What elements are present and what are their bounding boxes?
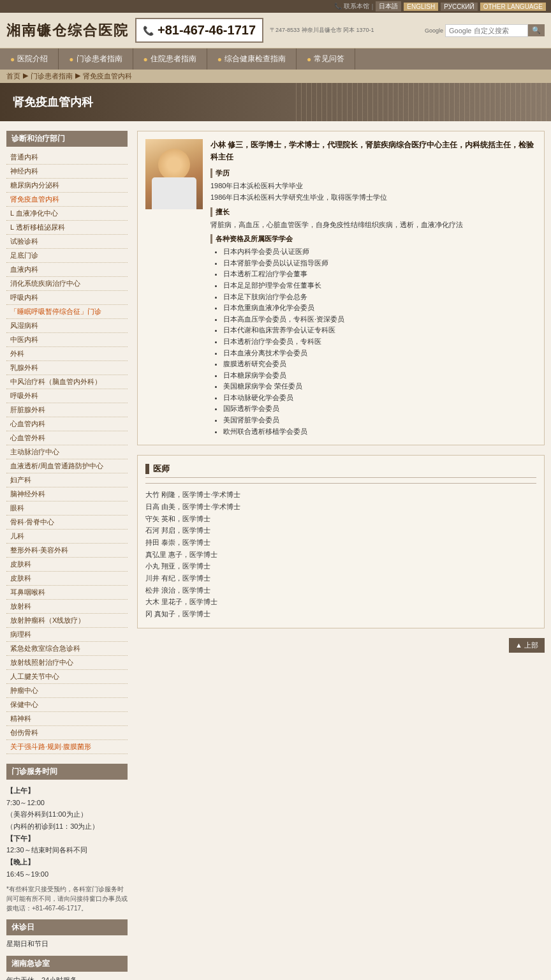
sidebar-item-general[interactable]: 普通内科 (6, 151, 128, 164)
list-item: 外科 (6, 347, 128, 361)
list-item: 脑神经外科 (6, 487, 128, 501)
sidebar-item-misc[interactable]: 关于强斗路·规则·腹膜菌形 (6, 740, 128, 754)
russian-lang-btn[interactable]: РУССКИЙ (441, 3, 477, 11)
sidebar-item-sleep[interactable]: 「睡眠呼吸暂停综合征」门诊 (6, 305, 128, 318)
list-item: 呼吸内科 (6, 291, 128, 305)
sidebar-item-brain-surgery[interactable]: 脑神经外科 (6, 487, 128, 501)
doctor-item: 松井 浪治，医学博士 (145, 584, 536, 597)
sidebar-item-breast[interactable]: 乳腺外科 (6, 361, 128, 375)
sidebar-item-foot[interactable]: 足底门诊 (6, 249, 128, 262)
emergency-title: 湘南急诊室 (6, 956, 128, 972)
nav-outpatient[interactable]: ●门诊患者指南 (59, 48, 133, 70)
nav-faq[interactable]: ●常见问答 (297, 48, 355, 70)
sidebar-item-test[interactable]: 试验诊科 (6, 235, 128, 248)
sidebar-item-radiation[interactable]: 放射线照射治疗中心 (6, 656, 128, 669)
doctor-specialties: 肾脏病，高血压，心脏血管医学，自身免疫性结缔组织疾病，透析，血液净化疗法 (210, 219, 536, 231)
list-item: 保健中心 (6, 698, 128, 712)
doctor-item: 大竹 刚隆，医学博士·学术博士 (145, 489, 536, 501)
sidebar-item-derm1[interactable]: 皮肤科 (6, 558, 128, 571)
doctor-item: 真弘里 惠子，医学博士 (145, 549, 536, 561)
morning-note2: （内科的初诊到11：30为止） (6, 820, 128, 833)
sidebar-item-emergency[interactable]: 紧急处救室综合急诊科 (6, 642, 128, 655)
sidebar-item-neuro[interactable]: 神经内科 (6, 165, 128, 178)
hospital-logo: 湘南镰仓综合医院 (6, 21, 129, 40)
afternoon-time: 12:30～结束时间各科不同 (6, 844, 128, 856)
doctor-item: 冈 真知子，医学博士 (145, 608, 536, 620)
sidebar-item-rheum[interactable]: 风湿病科 (6, 319, 128, 332)
sidebar-item-dialysis2[interactable]: 血液透析/周血管通路防护中心 (6, 459, 128, 473)
memberships-title: 各种资格及所属医学学会 (210, 234, 536, 244)
google-label: Google (425, 27, 443, 34)
list-item: 中医内科 (6, 333, 128, 347)
sidebar-item-diabetes[interactable]: 糖尿病内分泌科 (6, 179, 128, 192)
sidebar-item-stroke[interactable]: 中风治疗科（脑血管内外科） (6, 375, 128, 389)
sidebar-title: 诊断和治疗部门 (6, 131, 128, 147)
sidebar-item-pathology[interactable]: 病理科 (6, 628, 128, 641)
sidebar-item-surgery[interactable]: 外科 (6, 347, 128, 360)
back-to-top-button[interactable]: ▲ 上部 (509, 638, 545, 653)
sidebar-item-psych[interactable]: 精神科 (6, 712, 128, 725)
list-item: 人工腱关节中心 (6, 670, 128, 684)
nav-intro[interactable]: ●医院介绍 (0, 48, 59, 70)
phone-number: +81-467-46-1717 (158, 23, 256, 38)
list-item: 国际透析学会委员 (223, 403, 536, 415)
career-2: 1986年日本浜松医科大学研究生毕业，取得医学博士学位 (210, 192, 536, 204)
sidebar-item-ophthalmology[interactable]: 眼科 (6, 501, 128, 515)
list-item: 放射科 (6, 600, 128, 614)
expertise-title: 擅长 (210, 207, 536, 217)
search-input[interactable] (445, 24, 528, 37)
breadcrumb-home[interactable]: 首页 (6, 71, 20, 81)
sidebar-item-plastic[interactable]: 整形外科·美容外科 (6, 544, 128, 557)
list-item: 足底门诊 (6, 249, 128, 263)
sidebar-item-digestive[interactable]: 消化系统疾病治疗中心 (6, 277, 128, 290)
list-item: 日本透析工程治疗学会董事 (223, 269, 536, 280)
sidebar-item-oncology[interactable]: 肿瘤中心 (6, 684, 128, 697)
sidebar-item-obstetrics[interactable]: 妇产科 (6, 473, 128, 487)
list-item: 欧州联合透析移植学会委员 (223, 426, 536, 438)
list-item: 骨科·骨脊中心 (6, 516, 128, 530)
nav-inpatient[interactable]: ●住院患者指南 (133, 48, 207, 70)
main-content: 诊断和治疗部门 普通内科 神经内科 糖尿病内分泌科 肾免疫血管内科 L 血液净化… (0, 121, 551, 980)
contact-link[interactable]: 📞 联系本馆 (334, 2, 369, 11)
sidebar-item-chinese[interactable]: 中医内科 (6, 333, 128, 346)
sidebar-item-cardiac-surgery[interactable]: 心血管外科 (6, 431, 128, 445)
header: 湘南镰仓综合医院 📞 +81-467-46-1717 〒247-8533 神奈川… (0, 13, 551, 48)
sidebar-item-ortho[interactable]: 骨科·骨脊中心 (6, 516, 128, 529)
breadcrumb-outpatient[interactable]: 门诊患者指南 (31, 71, 73, 81)
breadcrumb: 首页 ▶ 门诊患者指南 ▶ 肾免疫血管内科 (0, 70, 551, 83)
morning-note1: （美容外科到11:00为止） (6, 808, 128, 820)
address: 〒247-8533 神奈川县镰仓市 冈本 1370-1 (270, 26, 374, 34)
doctor-item: 川井 有纪，医学博士 (145, 572, 536, 584)
list-item: 呼吸外科 (6, 389, 128, 403)
sidebar-item-aorta[interactable]: 主动脉治疗中心 (6, 445, 128, 459)
sidebar-item-trauma[interactable]: 创伤骨科 (6, 726, 128, 739)
sidebar-item-ent[interactable]: 耳鼻咽喉科 (6, 586, 128, 599)
list-item: 精神科 (6, 712, 128, 726)
list-item: 普通内科 (6, 151, 128, 165)
list-item: 血液透析/周血管通路防护中心 (6, 459, 128, 473)
sidebar-item-cardio[interactable]: 心血管内科 (6, 417, 128, 431)
list-item: 中风治疗科（脑血管内外科） (6, 375, 128, 389)
sidebar-item-radiology[interactable]: 放射科 (6, 600, 128, 613)
sidebar-item-health[interactable]: 保健中心 (6, 698, 128, 711)
sidebar-item-pediatrics[interactable]: 儿科 (6, 530, 128, 543)
other-lang-btn[interactable]: OTHER LANGUAGE (480, 3, 546, 11)
sidebar-item-radio-onco[interactable]: 放射肿瘤科（X线放疗） (6, 614, 128, 627)
sidebar-item-respiratory[interactable]: 呼吸内科 (6, 291, 128, 304)
english-lang-btn[interactable]: ENGLISH (404, 3, 438, 11)
sidebar-item-kidney[interactable]: 肾免疫血管内科 (6, 193, 128, 206)
sidebar-item-derm2[interactable]: 皮肤科 (6, 572, 128, 585)
sidebar-item-hematology[interactable]: 血液内科 (6, 263, 128, 276)
nav-health[interactable]: ●综合健康检查指南 (207, 48, 297, 70)
sidebar-item-dialysis[interactable]: L 透析移植泌尿科 (6, 221, 128, 234)
sidebar-item-resp-surgery[interactable]: 呼吸外科 (6, 389, 128, 403)
sidebar-item-joint[interactable]: 人工腱关节中心 (6, 670, 128, 683)
list-item: 肝脏腺外科 (6, 403, 128, 417)
sidebar-item-blood-purify[interactable]: L 血液净化中心 (6, 207, 128, 220)
japanese-lang-btn[interactable]: 日本語 (376, 1, 401, 11)
search-button[interactable]: 🔍 (528, 24, 545, 36)
list-item: 日本足下肢病治疗学会总务 (223, 292, 536, 303)
sidebar-item-liver[interactable]: 肝脏腺外科 (6, 403, 128, 417)
list-item: 试验诊科 (6, 235, 128, 249)
memberships-list: 日本内科学会委员·认证医师 日本肾脏学会委员以认证指导医师 日本透析工程治疗学会… (210, 246, 536, 437)
